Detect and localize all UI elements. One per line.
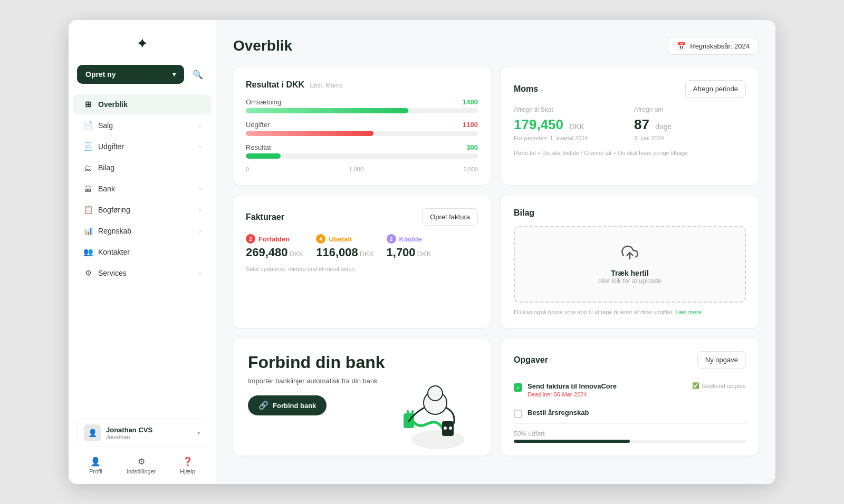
sidebar-item-label: Bank: [98, 185, 115, 193]
axis-1000: 1,000: [349, 166, 364, 172]
user-chevron-icon: ▾: [197, 430, 200, 437]
omsaetning-row: Omsætning 1400: [246, 98, 478, 113]
forfalden-badge: 2: [246, 234, 255, 244]
avatar: 👤: [84, 424, 101, 441]
chevron-right-icon: ›: [199, 186, 201, 192]
moms-col2: Afregn om 87 dage 3. juni 2024: [634, 106, 746, 141]
task-item: ✓ Send faktura til InnovaCore Deadline: …: [514, 377, 746, 403]
task-action-1[interactable]: ✅ Godkend opgave: [692, 382, 746, 389]
dashboard-grid: Resultat i DKK Eksl. Moms Omsætning 1400: [233, 67, 759, 455]
hjaelp-label: Hjælp: [180, 468, 195, 474]
kontakter-icon: 👥: [83, 247, 93, 257]
sidebar-item-bank[interactable]: 🏛 Bank ›: [73, 179, 212, 199]
sidebar-bottom: 👤 Jonathan CVS Jonathan ▾ 👤 Profil ⚙ Ind…: [69, 412, 216, 484]
moms-footer: Røde tal = Du skal betale / Grønne tal =…: [514, 150, 746, 156]
kladde-label: Kladde: [399, 235, 422, 243]
bilag-footer: Du kan også bruge vore app til at tage b…: [514, 309, 746, 315]
forbind-bank-button[interactable]: 🔗 Forbind bank: [248, 395, 327, 415]
kladde-group: 2 Kladde 1,700DKK: [387, 234, 431, 259]
ubetalt-label: Ubetalt: [329, 235, 352, 243]
bilag-upload-area[interactable]: Træk hertil eller klik for at uploade: [514, 226, 746, 303]
forfalden-label: Forfalden: [258, 235, 290, 243]
sidebar-item-label: Bogføring: [98, 206, 130, 214]
bilag-card-title: Bilag: [514, 208, 534, 218]
bogforing-icon: 📋: [83, 205, 93, 215]
ubetalt-group: 4 Ubetalt 116,008DKK: [316, 234, 373, 259]
search-button[interactable]: 🔍: [188, 65, 207, 84]
main-content: Overblik 📅 Regnskabsår: 2024 Resultat i …: [216, 20, 775, 484]
svg-point-3: [428, 386, 443, 401]
regnskab-icon: 📊: [83, 226, 93, 236]
sidebar-item-kontakter[interactable]: 👥 Kontakter: [73, 242, 212, 262]
svg-point-9: [449, 427, 452, 430]
sidebar-item-services[interactable]: ⚙ Services ›: [73, 263, 212, 283]
bottom-nav-indstillinger[interactable]: ⚙ Indstillinger: [121, 453, 161, 478]
moms-grid: Afregn til Skat 179,450 DKK For perioden…: [514, 106, 746, 141]
moms-col1: Afregn til Skat 179,450 DKK For perioden…: [514, 106, 626, 141]
fakturaer-card-header: Fakturaer Opret faktura: [246, 208, 478, 226]
bottom-nav-profil[interactable]: 👤 Profil: [84, 453, 108, 478]
progress-label: 50% udført: [514, 430, 746, 438]
chevron-right-icon: ›: [199, 143, 201, 150]
indstillinger-label: Indstillinger: [127, 468, 156, 474]
ubetalt-badge: 4: [316, 234, 325, 244]
bilag-icon: 🗂: [83, 163, 93, 172]
user-sub: Jonathan: [106, 434, 197, 440]
task-title-2: Bestil årsregnskab: [528, 409, 589, 416]
moms-card-title: Moms: [514, 84, 538, 94]
fiscal-year-label: Regnskabsår: 2024: [690, 42, 750, 50]
fiscal-year-button[interactable]: 📅 Regnskabsår: 2024: [668, 37, 759, 55]
approve-icon: ✅: [692, 382, 699, 389]
task-item-2: Bestil årsregnskab: [514, 403, 746, 424]
sidebar-item-bogforing[interactable]: 📋 Bogføring ›: [73, 200, 212, 220]
ubetalt-amount: 116,008DKK: [316, 246, 373, 259]
svg-rect-6: [411, 410, 414, 414]
fakturaer-badges: 2 Forfalden 269,480DKK 4 Ubetalt: [246, 234, 478, 259]
moms-col2-label: Afregn om: [634, 106, 746, 113]
afregn-periode-button[interactable]: Afregn periode: [685, 80, 746, 98]
search-icon: 🔍: [193, 70, 203, 79]
kladde-amount: 1,700DKK: [387, 246, 431, 259]
logo-icon: ✦: [136, 35, 148, 52]
opgaver-card-title: Opgaver: [514, 355, 548, 365]
sidebar-item-overblik[interactable]: ⊞ Overblik: [73, 94, 212, 114]
udgifter-bar: [246, 131, 373, 136]
bank-card: Forbind din bank Importér banklinjer aut…: [233, 338, 491, 455]
chevron-right-icon: ›: [199, 122, 201, 129]
fakturaer-card-title: Fakturaer: [246, 212, 284, 222]
omsaetning-bar: [246, 108, 408, 113]
bank-icon: 🏛: [83, 184, 93, 193]
sidebar-item-salg[interactable]: 📄 Salg ›: [73, 115, 212, 135]
user-profile[interactable]: 👤 Jonathan CVS Jonathan ▾: [77, 419, 207, 447]
moms-card-header: Moms Afregn periode: [514, 80, 746, 98]
task-checkbox-1[interactable]: ✓: [514, 383, 522, 392]
sidebar-item-label: Kontakter: [98, 248, 130, 256]
ny-opgave-button[interactable]: Ny opgave: [697, 351, 746, 369]
moms-col1-value: 179,450 DKK: [514, 117, 626, 133]
task-checkbox-2[interactable]: [514, 410, 522, 418]
sidebar-item-label: Overblik: [98, 100, 128, 109]
omsaetning-value: 1400: [463, 98, 478, 106]
chevron-right-icon: ›: [199, 207, 201, 213]
services-icon: ⚙: [83, 268, 93, 278]
sidebar-item-label: Regnskab: [98, 227, 131, 235]
moms-col2-value: 87 dage: [634, 117, 746, 133]
upload-sub: eller klik for at uploade: [598, 277, 661, 285]
sidebar-item-udgifter[interactable]: 🧾 Udgifter ›: [73, 137, 212, 157]
svg-point-8: [444, 427, 447, 430]
sidebar-item-label: Bilag: [98, 163, 114, 172]
progress-section: 50% udført: [514, 430, 746, 443]
laes-mere-link[interactable]: Læs mere: [675, 309, 702, 315]
bottom-nav-hjaelp[interactable]: ❓ Hjælp: [175, 453, 200, 478]
svg-rect-5: [407, 410, 409, 414]
sidebar-item-bilag[interactable]: 🗂 Bilag: [73, 158, 212, 178]
resultat-row: Resultat 300: [246, 143, 478, 159]
create-button[interactable]: Opret ny ▾: [77, 65, 184, 84]
resultat-bar: [246, 153, 281, 159]
moms-col1-label: Afregn til Skat: [514, 106, 626, 113]
forfalden-group: 2 Forfalden 269,480DKK: [246, 234, 303, 259]
upload-icon: [621, 244, 638, 265]
hjaelp-icon: ❓: [183, 457, 193, 467]
sidebar-item-regnskab[interactable]: 📊 Regnskab ›: [73, 221, 212, 241]
opret-faktura-button[interactable]: Opret faktura: [422, 208, 478, 226]
